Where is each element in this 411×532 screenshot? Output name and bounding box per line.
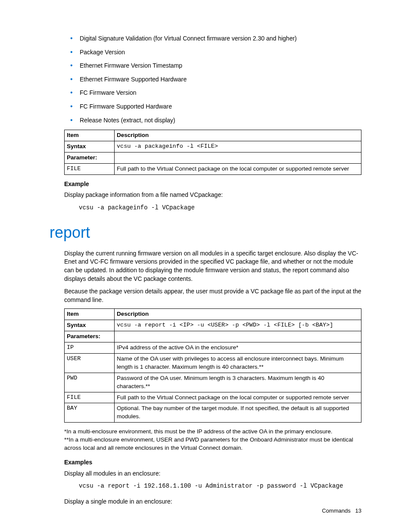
parameter-empty xyxy=(115,152,361,163)
packageinfo-parameter-table: Item Description Syntax vcsu -a packagei… xyxy=(64,130,361,175)
param-desc: Optional. The bay number of the target m… xyxy=(115,403,361,423)
syntax-label: Syntax xyxy=(65,141,115,152)
parameters-empty xyxy=(115,331,361,342)
param-key: PWD xyxy=(65,373,115,392)
table-header-item: Item xyxy=(65,309,115,320)
param-key: USER xyxy=(65,354,115,373)
example3-intro: Display a single module in an enclosure: xyxy=(64,498,361,506)
example-intro: Display package information from a file … xyxy=(64,191,361,199)
example2-code: vcsu -a report -i 192.168.1.100 -u Admin… xyxy=(79,482,361,491)
table-header-item: Item xyxy=(65,130,115,141)
report-paragraph-2: Because the package version details appe… xyxy=(64,287,361,304)
page-footer: Commands 13 xyxy=(322,507,361,515)
param-desc: IPv4 address of the active OA in the enc… xyxy=(115,342,361,354)
feature-bullet-list: Digital Signature Validation (for Virtua… xyxy=(64,34,361,124)
param-desc: Full path to the Virtual Connect package… xyxy=(115,163,361,174)
bullet-item: FC Firmware Supported Hardware xyxy=(64,103,361,111)
footnote-2: **In a multi-enclosure environment, USER… xyxy=(64,436,361,452)
parameters-label: Parameters: xyxy=(65,331,115,342)
table-header-description: Description xyxy=(115,130,361,141)
example2-intro: Display all modules in an enclosure: xyxy=(64,470,361,478)
syntax-value: vcsu -a packageinfo -l <FILE> xyxy=(115,141,361,152)
parameter-label: Parameter: xyxy=(65,152,115,163)
bullet-item: Digital Signature Validation (for Virtua… xyxy=(64,34,361,43)
param-key: FILE xyxy=(65,392,115,403)
footer-page-number: 13 xyxy=(355,507,361,514)
param-key: FILE xyxy=(65,163,115,174)
param-key: BAY xyxy=(65,403,115,423)
examples-heading: Examples xyxy=(64,458,361,467)
bullet-item: Release Notes (extract, not display) xyxy=(64,116,361,125)
param-desc: Name of the OA user with privileges to a… xyxy=(115,354,361,373)
report-heading: report xyxy=(50,222,361,243)
bullet-item: Ethernet Firmware Version Timestamp xyxy=(64,62,361,70)
bullet-item: Ethernet Firmware Supported Hardware xyxy=(64,75,361,84)
bullet-item: FC Firmware Version xyxy=(64,89,361,97)
footnotes: *In a multi-enclosure environment, this … xyxy=(64,428,361,452)
report-parameter-table: Item Description Syntax vcsu -a report -… xyxy=(64,308,361,423)
param-key: IP xyxy=(65,342,115,354)
bullet-item: Package Version xyxy=(64,48,361,57)
table-header-description: Description xyxy=(115,309,361,320)
param-desc: Full path to the Virtual Connect package… xyxy=(115,392,361,403)
footnote-1: *In a multi-enclosure environment, this … xyxy=(64,428,361,436)
syntax-value: vcsu -a report -i <IP> -u <USER> -p <PWD… xyxy=(115,320,361,331)
syntax-label: Syntax xyxy=(65,320,115,331)
example-heading: Example xyxy=(64,180,361,189)
param-desc: Password of the OA user. Minimum length … xyxy=(115,373,361,392)
example-code: vcsu -a packageinfo -l VCpackage xyxy=(79,204,361,212)
footer-section-label: Commands xyxy=(322,507,350,514)
report-paragraph-1: Display the current running firmware ver… xyxy=(64,249,361,283)
